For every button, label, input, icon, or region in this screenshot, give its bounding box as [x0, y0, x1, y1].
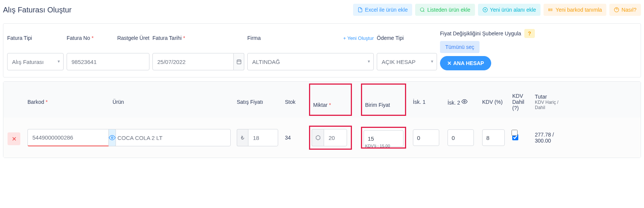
currency-icon: ₺: [237, 129, 248, 146]
th-kdv: KDV (%): [479, 88, 509, 112]
invoice-date-label: Fatura Tarihi *: [152, 35, 244, 50]
delete-row-button[interactable]: ✕: [8, 132, 20, 145]
main-branch-chip[interactable]: ✕ ANA HESAP: [440, 56, 491, 70]
eye-icon: [109, 134, 116, 141]
invoice-type-label: Fatura Tipi: [7, 35, 64, 50]
invoice-form: Fatura Tipi Alış Faturası Fatura No * Ra…: [3, 23, 641, 77]
plus-circle-icon: [483, 7, 488, 12]
question-circle-icon: [614, 7, 619, 12]
th-stok: Stok: [282, 88, 307, 112]
kdv-input[interactable]: [482, 129, 505, 146]
th-miktar: Miktar *: [309, 84, 352, 116]
firm-label: Firma: [247, 35, 261, 41]
search-icon: [420, 7, 425, 12]
items-table: Barkod * Ürün Satış Fiyatı Stok Miktar *…: [3, 81, 641, 158]
table-row: ✕ ₺ 34: [3, 118, 641, 158]
th-isk1: İsk. 1: [410, 88, 445, 112]
svg-line-1: [423, 11, 425, 12]
firm-select[interactable]: ALTINDAĞ: [247, 53, 374, 70]
eye-icon: [461, 100, 467, 106]
list-add-button[interactable]: Listeden ürün ekle: [415, 4, 475, 16]
th-barkod: Barkod *: [24, 88, 110, 112]
invoice-no-input[interactable]: [67, 53, 149, 70]
branches-label: Fiyat Değişikliğini Şubelere Uygula: [440, 30, 521, 36]
file-icon: [358, 7, 363, 12]
kdv-included-header-checkbox[interactable]: [512, 130, 518, 136]
excel-add-button[interactable]: Excel ile ürün ekle: [353, 4, 413, 16]
firm-new-link[interactable]: + Yeni Oluştur: [343, 35, 374, 41]
new-barcode-button[interactable]: Yeni barkod tanımla: [544, 4, 606, 16]
sale-price-input[interactable]: [248, 129, 278, 146]
barcode-input[interactable]: [27, 129, 109, 146]
random-generate-link[interactable]: Rastgele Üret: [117, 35, 149, 41]
svg-point-0: [420, 8, 424, 11]
package-icon: [312, 129, 324, 146]
svg-rect-10: [552, 9, 553, 11]
payment-type-select[interactable]: AÇIK HESAP: [377, 53, 437, 70]
invoice-type-select[interactable]: Alış Faturası: [7, 53, 64, 70]
barcode-icon: [548, 7, 553, 12]
th-birim-fiyat: Birim Fiyat: [361, 84, 406, 116]
svg-rect-13: [237, 60, 241, 64]
invoice-date-input[interactable]: [152, 53, 234, 70]
payment-type-label: Ödeme Tipi: [377, 35, 437, 50]
how-button[interactable]: Nasıl?: [609, 4, 641, 16]
close-icon: ✕: [447, 60, 452, 66]
svg-rect-6: [549, 9, 550, 11]
svg-rect-9: [551, 9, 552, 11]
th-urun: Ürün: [110, 88, 234, 112]
page-header: Alış Faturası Oluştur Excel ile ürün ekl…: [3, 4, 641, 16]
th-isk2: İsk. 2: [445, 87, 479, 112]
stock-value: 34: [282, 123, 307, 152]
svg-rect-5: [548, 9, 549, 11]
select-all-branches-button[interactable]: Tümünü seç: [440, 41, 480, 53]
th-satis-fiyati: Satış Fiyatı: [234, 88, 282, 112]
svg-rect-7: [550, 9, 550, 11]
product-input[interactable]: [113, 129, 231, 146]
page-title: Alış Faturası Oluştur: [3, 6, 72, 14]
svg-point-17: [464, 101, 465, 102]
new-field-button[interactable]: Yeni ürün alanı ekle: [478, 4, 540, 16]
unit-price-kdvli: KDV'li : 15.00: [365, 144, 390, 148]
discount1-input[interactable]: [413, 129, 439, 146]
th-tutar: Tutar KDV Hariç / Dahil: [532, 82, 569, 117]
discount2-input[interactable]: [448, 129, 474, 146]
svg-point-18: [111, 137, 113, 139]
svg-rect-8: [551, 9, 551, 11]
table-header-row: Barkod * Ürün Satış Fiyatı Stok Miktar *…: [3, 82, 641, 118]
view-barcode-button[interactable]: [109, 129, 116, 146]
th-kdv-dahil: KDV Dahil (?): [509, 82, 532, 118]
header-actions: Excel ile ürün ekle Listeden ürün ekle Y…: [353, 4, 641, 16]
quantity-input[interactable]: [324, 129, 347, 146]
branches-help[interactable]: ?: [524, 29, 535, 38]
total-value: 277.78 / 300.00: [532, 120, 569, 155]
invoice-no-label: Fatura No *: [67, 35, 94, 41]
calendar-icon[interactable]: [234, 53, 244, 70]
